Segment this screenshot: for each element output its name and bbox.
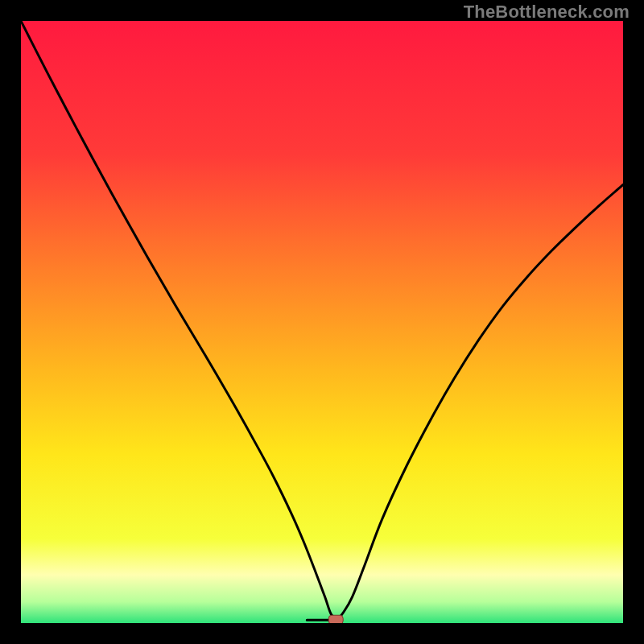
plot-area xyxy=(21,21,623,623)
watermark-text: TheBottleneck.com xyxy=(464,2,630,23)
chart-svg xyxy=(21,21,623,623)
optimum-marker xyxy=(328,615,343,623)
chart-frame: TheBottleneck.com xyxy=(0,0,644,644)
gradient-background xyxy=(21,21,623,623)
